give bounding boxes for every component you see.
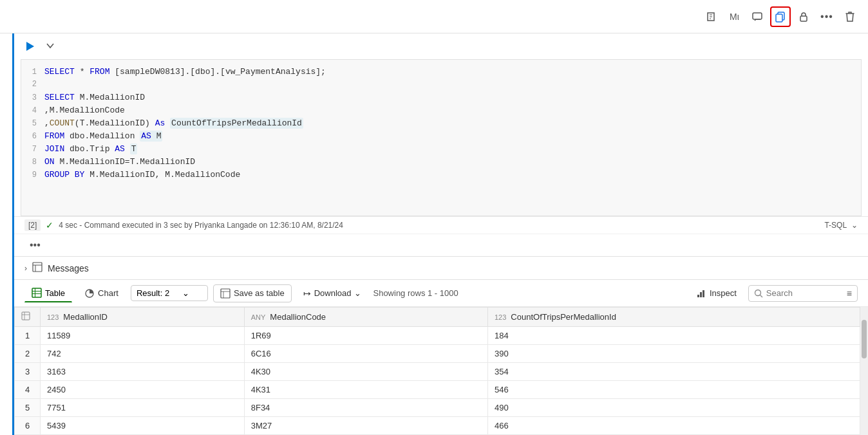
medallion-code-cell: 4K31 bbox=[244, 381, 487, 399]
tab-chart[interactable]: Chart bbox=[77, 284, 126, 302]
medallion-id-cell: 11589 bbox=[41, 327, 245, 345]
svg-point-20 bbox=[755, 290, 760, 295]
count-trips-cell: 546 bbox=[487, 381, 860, 399]
svg-rect-4 bbox=[800, 16, 807, 21]
col-type-icon-3: 123 bbox=[495, 313, 506, 321]
medallion-id-cell: 742 bbox=[41, 345, 245, 363]
table-row: 3 3163 4K30 354 bbox=[15, 363, 860, 381]
run-button[interactable] bbox=[21, 37, 39, 55]
table-row: 5 7751 8F34 490 bbox=[15, 399, 860, 417]
run-controls bbox=[14, 33, 868, 59]
svg-rect-19 bbox=[703, 290, 704, 297]
table-row: 6 5439 3M27 466 bbox=[15, 417, 860, 435]
medallion-code-cell: 6C16 bbox=[244, 345, 487, 363]
inspect-button[interactable]: Inspect bbox=[690, 285, 743, 302]
magic-toolbar-icon[interactable]: Mι bbox=[724, 6, 744, 27]
search-box: ≡ bbox=[748, 285, 858, 302]
medallion-code-cell: 1R69 bbox=[244, 327, 487, 345]
tab-table-label: Table bbox=[45, 288, 65, 298]
code-line-6: 6 FROM dbo.Medallion AS M bbox=[21, 131, 861, 143]
code-line-1: 1 SELECT * FROM [sampleDW0813].[dbo].[vw… bbox=[21, 66, 861, 79]
search-input[interactable] bbox=[766, 288, 844, 298]
count-trips-cell: 390 bbox=[487, 345, 860, 363]
run-toolbar-icon[interactable] bbox=[701, 6, 721, 27]
table-row: 2 742 6C16 390 bbox=[15, 345, 860, 363]
code-line-8: 8 ON M.MedallionID=T.MedallionID bbox=[21, 156, 861, 169]
more-dots-button[interactable]: ••• bbox=[24, 237, 46, 254]
svg-rect-14 bbox=[221, 289, 230, 298]
table-row: 1 11589 1R69 184 bbox=[15, 327, 860, 345]
svg-rect-3 bbox=[776, 14, 782, 22]
medallion-id-cell: 3163 bbox=[41, 363, 245, 381]
download-icon: ↦ bbox=[303, 288, 311, 299]
code-line-4: 4 ,M.MedallionCode bbox=[21, 105, 861, 118]
results-table: 123 MedallionID ANY MedallionCode bbox=[14, 307, 860, 435]
status-bar: [2] ✓ 4 sec - Command executed in 3 sec … bbox=[14, 216, 868, 234]
table-row: 4 2450 4K31 546 bbox=[15, 381, 860, 399]
search-icon bbox=[754, 289, 763, 298]
language-chevron[interactable]: ⌄ bbox=[851, 221, 858, 230]
count-trips-cell: 466 bbox=[487, 417, 860, 435]
top-toolbar: Mι ••• bbox=[0, 0, 868, 33]
code-line-2: 2 bbox=[21, 79, 861, 92]
download-chevron: ⌄ bbox=[354, 288, 361, 298]
medallion-id-cell: 5439 bbox=[41, 417, 245, 435]
code-line-9: 9 GROUP BY M.MedallionID, M.MedallionCod… bbox=[21, 169, 861, 182]
col-header-medallionid: 123 MedallionID bbox=[41, 308, 245, 327]
svg-rect-1 bbox=[753, 13, 762, 19]
code-line-5: 5 ,COUNT(T.MedallionID) As CountOfTripsP… bbox=[21, 118, 861, 131]
download-label: Download bbox=[314, 288, 352, 298]
left-gutter bbox=[0, 33, 14, 435]
count-trips-cell: 354 bbox=[487, 363, 860, 381]
messages-header[interactable]: › Messages bbox=[24, 262, 858, 274]
code-editor[interactable]: 1 SELECT * FROM [sampleDW0813].[dbo].[vw… bbox=[21, 59, 862, 216]
svg-marker-5 bbox=[26, 42, 34, 51]
save-table-button[interactable]: Save as table bbox=[213, 284, 292, 302]
cell-ref: [2] bbox=[24, 219, 41, 231]
messages-expand-icon[interactable]: › bbox=[24, 264, 27, 273]
svg-text:Mι: Mι bbox=[730, 12, 739, 22]
save-table-label: Save as table bbox=[234, 288, 285, 298]
download-button[interactable]: ↦ Download ⌄ bbox=[297, 285, 368, 302]
copy-toolbar-icon[interactable] bbox=[770, 6, 791, 27]
status-left: [2] ✓ 4 sec - Command executed in 3 sec … bbox=[24, 219, 343, 231]
svg-rect-9 bbox=[32, 288, 41, 297]
medallion-code-cell: 4K30 bbox=[244, 363, 487, 381]
filter-button[interactable]: ≡ bbox=[847, 288, 852, 299]
messages-section: › Messages bbox=[14, 256, 868, 279]
svg-rect-6 bbox=[33, 263, 42, 272]
medallion-code-cell: 8F34 bbox=[244, 399, 487, 417]
results-section: Table Chart Result: 2 ⌄ bbox=[14, 279, 868, 435]
delete-toolbar-icon[interactable] bbox=[840, 6, 860, 27]
tab-table[interactable]: Table bbox=[24, 284, 72, 302]
more-dots-bar: ••• bbox=[14, 234, 868, 256]
result-selector-label: Result: 2 bbox=[137, 288, 169, 298]
data-table-wrapper: 123 MedallionID ANY MedallionCode bbox=[14, 307, 868, 435]
vertical-scrollbar[interactable] bbox=[862, 320, 867, 358]
more-toolbar-button[interactable]: ••• bbox=[816, 6, 837, 27]
lock-toolbar-icon[interactable] bbox=[793, 6, 814, 27]
result-selector-chevron: ⌄ bbox=[182, 288, 189, 298]
col-type-icon-2: ANY bbox=[251, 313, 266, 321]
comment-toolbar-icon[interactable] bbox=[747, 6, 768, 27]
messages-label: Messages bbox=[48, 263, 89, 273]
svg-rect-22 bbox=[22, 312, 30, 320]
main-content: 1 SELECT * FROM [sampleDW0813].[dbo].[vw… bbox=[0, 33, 868, 435]
col-header-counttrips-label: CountOfTripsPerMedallionId bbox=[511, 312, 616, 322]
results-toolbar: Table Chart Result: 2 ⌄ bbox=[14, 280, 868, 307]
tab-chart-label: Chart bbox=[98, 288, 118, 298]
filter-icon: ≡ bbox=[847, 288, 852, 299]
run-chevron[interactable] bbox=[44, 40, 57, 53]
result-selector[interactable]: Result: 2 ⌄ bbox=[131, 285, 208, 301]
medallion-id-cell: 2450 bbox=[41, 381, 245, 399]
vertical-scrollbar-area bbox=[860, 307, 868, 435]
col-header-medallioncode-label: MedallionCode bbox=[270, 312, 326, 322]
table-header-row: 123 MedallionID ANY MedallionCode bbox=[15, 308, 860, 327]
row-num-cell: 3 bbox=[15, 363, 41, 381]
count-trips-cell: 490 bbox=[487, 399, 860, 417]
col-header-medallioncode: ANY MedallionCode bbox=[244, 308, 487, 327]
data-table-container[interactable]: 123 MedallionID ANY MedallionCode bbox=[14, 307, 860, 435]
medallion-code-cell: 3M27 bbox=[244, 417, 487, 435]
status-check-icon: ✓ bbox=[46, 220, 53, 230]
code-line-7: 7 JOIN dbo.Trip AS T bbox=[21, 143, 861, 156]
